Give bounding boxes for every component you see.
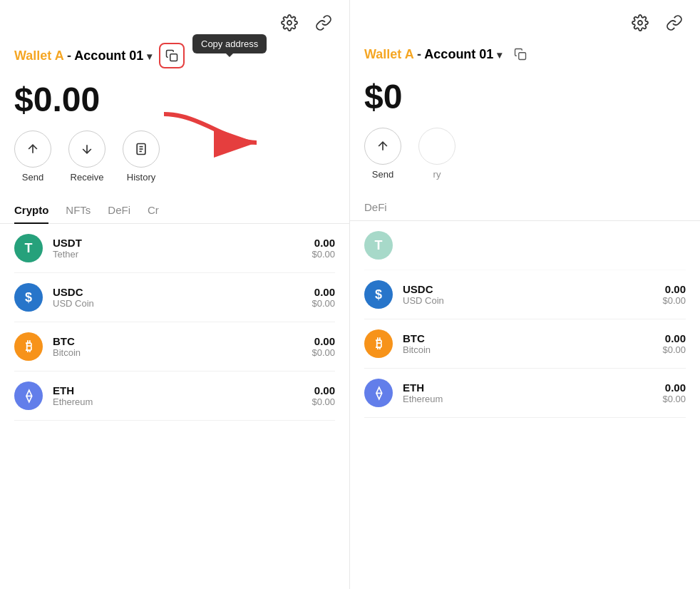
eth-icon: ⟠ [14,381,43,410]
svg-rect-1 [170,54,177,61]
eth-value: 0.00 [312,384,335,396]
list-item[interactable]: $ USDC USD Coin 0.00 $0.00 [14,273,335,322]
list-item[interactable]: ⟠ ETH Ethereum 0.00 $0.00 [14,372,335,421]
copy-button-right[interactable] [509,43,532,66]
send-label: Send [22,172,43,183]
settings-icon[interactable] [278,11,301,34]
ry-label-right: ry [433,169,441,180]
btc-symbol: BTC [53,335,302,347]
copy-address-button[interactable] [159,43,185,68]
left-panel: Copy address Wallet A - Account 01 ▾ $0.… [0,0,350,589]
settings-icon-right[interactable] [629,11,652,34]
tab-crypto[interactable]: Crypto [14,197,48,223]
list-item[interactable]: $ USDC USD Coin 0.00 $0.00 [364,270,686,319]
left-wallet-header: Copy address Wallet A - Account 01 ▾ [0,40,349,74]
usdc-icon: $ [14,283,43,312]
list-item[interactable]: T [364,221,686,270]
eth-info: ETH Ethereum [53,384,302,407]
history-button[interactable]: History [123,130,160,183]
left-action-row: Send Receive History [0,130,349,197]
usdc-icon-right: $ [364,280,393,309]
usdt-amount: 0.00 $0.00 [312,237,335,260]
svg-rect-10 [519,53,526,60]
receive-circle [68,130,105,168]
btc-amount-right: 0.00 $0.00 [662,332,686,355]
btc-value: 0.00 [312,335,335,347]
eth-symbol: ETH [53,384,302,396]
usdc-amount-right: 0.00 $0.00 [662,283,686,306]
right-action-row: Send ry [350,128,700,194]
usdc-name: USD Coin [53,298,302,309]
btc-name: Bitcoin [53,347,302,358]
usdc-amount: 0.00 $0.00 [312,286,335,309]
history-label: History [127,172,155,183]
usdt-icon-right: T [364,231,393,260]
right-panel: Wallet A - Account 01 ▾ $0 Send [350,0,700,589]
send-button[interactable]: Send [14,130,51,183]
left-tabs: Crypto NFTs DeFi Cr [0,197,349,224]
eth-amount: 0.00 $0.00 [312,384,335,407]
receive-button[interactable]: Receive [68,130,105,183]
wallet-title-right: Wallet A - Account 01 ▾ [364,47,502,62]
send-label-right: Send [372,169,393,180]
receive-label: Receive [71,172,104,183]
link-icon-right[interactable] [663,11,686,34]
usdt-icon: T [14,234,43,262]
usdc-symbol-right: USDC [403,283,652,295]
btc-icon: ₿ [14,332,43,361]
link-icon[interactable] [312,11,335,34]
wallet-title-left: Wallet A - Account 01 ▾ [14,48,152,63]
tab-defi-right[interactable]: DeFi [364,194,387,220]
right-balance: $0 [350,71,700,128]
usdc-value: 0.00 [312,286,335,298]
eth-icon-right: ⟠ [364,379,393,407]
send-button-right[interactable]: Send [364,128,401,180]
list-item[interactable]: ₿ BTC Bitcoin 0.00 $0.00 [14,322,335,372]
usdt-fiat: $0.00 [312,249,335,260]
list-item[interactable]: ⟠ ETH Ethereum 0.00 $0.00 [364,369,686,418]
right-top-bar [350,0,700,40]
left-top-bar [0,0,349,40]
eth-info-right: ETH Ethereum [403,381,652,404]
btc-info-right: BTC Bitcoin [403,332,652,355]
usdt-name: Tether [53,249,302,260]
svg-point-0 [287,21,292,25]
btc-info: BTC Bitcoin [53,335,302,358]
eth-fiat: $0.00 [312,396,335,407]
right-wallet-header: Wallet A - Account 01 ▾ [350,40,700,71]
btc-icon-right: ₿ [364,329,393,358]
list-item[interactable]: T USDT Tether 0.00 $0.00 [14,224,335,273]
wallet-brand-left: Wallet A - Account 01 ▾ [14,48,152,63]
btc-amount: 0.00 $0.00 [312,335,335,358]
copy-address-tooltip: Copy address [192,34,267,53]
btc-fiat: $0.00 [312,347,335,358]
left-crypto-list: T USDT Tether 0.00 $0.00 $ USDC USD Coin… [0,224,349,589]
right-tabs: DeFi [350,194,700,221]
usdt-info: USDT Tether [53,237,302,260]
usdc-name-right: USD Coin [403,295,652,306]
tab-nfts[interactable]: NFTs [66,197,91,223]
usdc-symbol: USDC [53,286,302,298]
usdt-symbol: USDT [53,237,302,249]
usdc-info: USDC USD Coin [53,286,302,309]
eth-name: Ethereum [53,396,302,407]
usdc-info-right: USDC USD Coin [403,283,652,306]
list-item[interactable]: ₿ BTC Bitcoin 0.00 $0.00 [364,319,686,369]
history-circle [123,130,160,168]
send-circle [14,130,51,168]
left-balance: $0.00 [0,74,349,130]
tab-cr[interactable]: Cr [148,197,159,223]
send-circle-right [364,128,401,165]
right-crypto-list: T $ USDC USD Coin 0.00 $0.00 ₿ BTC Bitco… [350,221,700,589]
tab-defi[interactable]: DeFi [108,197,130,223]
eth-amount-right: 0.00 $0.00 [662,381,686,404]
svg-point-9 [638,21,642,25]
usdt-value: 0.00 [312,237,335,249]
ry-button-right[interactable]: ry [418,128,455,180]
usdc-fiat: $0.00 [312,298,335,309]
ry-circle-right [418,128,455,165]
